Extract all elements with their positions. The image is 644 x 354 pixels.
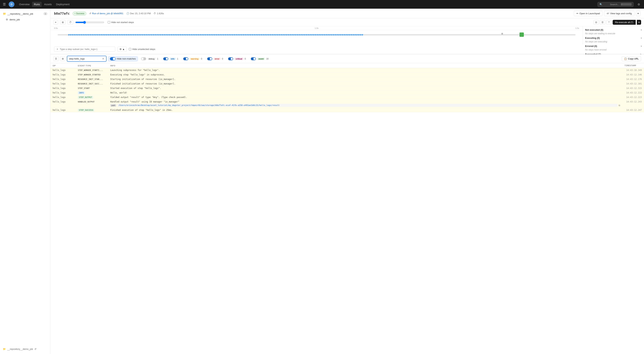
sidebar-footer-label: __repository__demo_job <box>7 348 33 350</box>
log-table-header: OP EVENT TYPE INFO TIMESTAMP <box>50 63 644 68</box>
log-event-label: RESOURCE_INIT_STAR... <box>78 78 103 80</box>
settings-icon[interactable]: ⚙ <box>636 2 641 7</box>
error-filter[interactable]: error 0 <box>206 57 225 61</box>
nav-overview[interactable]: Overview <box>17 2 31 7</box>
hide-unselected-label[interactable]: Hide unselected steps <box>129 48 155 51</box>
hide-not-started-label[interactable]: Hide not started steps <box>108 21 134 24</box>
timeline-view-btn-2[interactable]: ⊞ <box>60 20 66 25</box>
log-view-grid-btn[interactable]: ⊞ <box>60 57 66 61</box>
table-row[interactable]: hello_logs HANDLED_OUTPUT Handled output… <box>50 100 644 108</box>
log-op-cell: hello_logs <box>50 73 76 77</box>
executing-header: Executing (0) ▾ <box>585 37 642 39</box>
info-filter[interactable]: info 1 <box>162 57 180 61</box>
log-info-text: Yielded output "result" of type "Any". (… <box>110 96 187 98</box>
nav-runs[interactable]: Runs <box>32 2 42 7</box>
warning-filter[interactable]: warning 0 <box>182 57 204 61</box>
copy-url-button[interactable]: 📋 Copy URL <box>622 56 641 61</box>
table-row[interactable]: hello_logs STEP_OUTPUT Yielded output "r… <box>50 95 644 100</box>
table-row[interactable]: hello_logs STEP_WORKER_STARTED Executing… <box>50 73 644 77</box>
table-row[interactable]: hello_logs RESOURCE_INIT_STAR... Startin… <box>50 77 644 82</box>
event-filter[interactable]: event 16 <box>249 57 270 61</box>
event-label: event <box>257 58 265 60</box>
nav-assets[interactable]: Assets <box>42 2 54 7</box>
error-toggle[interactable] <box>207 57 212 60</box>
log-op-cell: hello_logs <box>50 68 76 73</box>
log-filter-clear-icon[interactable]: ✕ <box>102 57 104 60</box>
copy-path-icon[interactable]: ⧉ <box>618 104 620 107</box>
log-event-label: HANDLED_OUTPUT <box>78 101 94 103</box>
table-row[interactable]: hello_logs INFO Hello, world! 14:43:12.2… <box>50 91 644 95</box>
info-toggle[interactable] <box>163 57 168 60</box>
open-launchpad-button[interactable]: ✏ Open in Launchpad <box>574 11 602 16</box>
run-of-label[interactable]: Run of demo_job @ b6eb0f91 <box>92 12 124 15</box>
log-timestamp: 14:43:10.349 <box>626 69 642 71</box>
log-op-cell: hello_logs <box>50 86 76 91</box>
search-bar[interactable]: 🔍 Search... / <box>598 2 634 7</box>
log-view-list-btn[interactable]: ☰ <box>53 57 59 61</box>
log-event-label: STEP_WORKER_STARTI... <box>78 69 103 71</box>
sidebar-item-demo-job[interactable]: ⚙ demo_job <box>0 17 50 22</box>
critical-label: critical <box>234 58 244 60</box>
timeline-zoom-slider[interactable] <box>75 21 104 24</box>
critical-toggle[interactable] <box>228 57 233 60</box>
errored-expand[interactable]: ▾ <box>641 45 642 48</box>
hide-nonmatches-toggle[interactable]: Hide non-matches <box>108 56 138 61</box>
sidebar-item-label: demo_job <box>10 18 48 21</box>
log-info-text: Started execution of step "hello_logs". <box>110 87 161 89</box>
log-timestamp-cell: 14:43:12.146 <box>622 73 644 77</box>
warning-toggle[interactable] <box>183 57 188 60</box>
hide-not-started-checkbox[interactable] <box>108 21 110 24</box>
menu-icon[interactable]: ☰ <box>3 2 6 6</box>
log-event-label: RESOURCE_INIT_SUCC... <box>78 83 103 85</box>
errored-header: Errored (0) ▾ <box>585 45 642 48</box>
log-op-label: hello_logs <box>52 91 66 94</box>
step-subset-input[interactable] <box>60 48 113 51</box>
search-icon: 🔍 <box>600 3 608 6</box>
log-event-cell: INFO <box>76 91 108 95</box>
log-event-cell: STEP_START <box>76 86 108 91</box>
step-filter-dropdown[interactable]: ⚙ ▲ <box>118 47 127 52</box>
reexecute-expand-button[interactable]: ▾ <box>637 20 641 25</box>
critical-filter[interactable]: critical 0 <box>226 57 248 61</box>
not-executed-expand[interactable]: ▾ <box>641 29 642 31</box>
info-label: info <box>170 58 176 60</box>
table-row[interactable]: hello_logs STEP_WORKER_STARTI... Launchi… <box>50 68 644 73</box>
reexecute-button[interactable]: Re-execute all (*) <box>613 20 636 25</box>
debug-toggle[interactable] <box>141 57 146 60</box>
log-op-label: hello_logs <box>52 96 66 98</box>
timeline-list-btn[interactable]: ☰ <box>600 20 605 25</box>
topnav: ☰ D Overview Runs Assets Deployment 🔍 Se… <box>0 0 644 9</box>
log-op-cell: hello_logs <box>50 77 76 82</box>
run-of: ↺ Run of demo_job @ b6eb0f91 <box>89 12 124 15</box>
timeline-align-btn[interactable]: ⊤ <box>606 20 612 25</box>
log-timestamp: 14:43:12.243 <box>626 100 642 103</box>
log-event-label: STEP_OUTPUT <box>78 96 93 99</box>
sparkle-icon: ✦ <box>56 48 58 51</box>
log-table: OP EVENT TYPE INFO TIMESTAMP hello_logs … <box>50 63 644 112</box>
step-subset-input-wrap: ✦ <box>54 47 115 52</box>
log-filter-input[interactable] <box>69 57 102 60</box>
search-shortcut: / <box>621 3 632 6</box>
table-row[interactable]: hello_logs STEP_START Started execution … <box>50 86 644 91</box>
run-actions-expand-button[interactable]: ▾ <box>636 11 640 16</box>
view-tags-button[interactable]: 🏷 View tags and config <box>604 11 634 16</box>
hide-nonmatches-switch[interactable] <box>110 57 116 60</box>
sidebar-footer[interactable]: 📁 __repository__demo_job ↺ <box>0 346 50 352</box>
timeline-view-btn-1[interactable]: ≡ <box>53 20 58 25</box>
folder-icon: 📁 <box>3 12 6 15</box>
event-toggle[interactable] <box>251 57 256 60</box>
hide-unselected-checkbox[interactable] <box>129 48 131 50</box>
nav-deployment[interactable]: Deployment <box>54 2 71 7</box>
log-timestamp-cell: 14:43:12.223 <box>622 95 644 100</box>
table-row[interactable]: hello_logs STEP_SUCCESS Finished executi… <box>50 108 644 112</box>
executing-expand[interactable]: ▾ <box>641 37 642 39</box>
sidebar-item-repository-demo-job[interactable]: 📁 __repository__demo_job 1 <box>0 11 50 17</box>
event-count: 16 <box>266 58 268 60</box>
table-row[interactable]: hello_logs RESOURCE_INIT_SUCC... Finishe… <box>50 82 644 86</box>
sidebar-item-badge: 1 <box>44 12 48 15</box>
timeline-filter-btn[interactable]: ⊟ <box>594 20 599 25</box>
col-event-header: EVENT TYPE <box>76 63 108 68</box>
timeline-view-btn-3[interactable]: ⏱ <box>68 20 73 25</box>
hide-not-started-text: Hide not started steps <box>111 21 134 24</box>
debug-filter[interactable]: debug 1 <box>139 57 160 61</box>
